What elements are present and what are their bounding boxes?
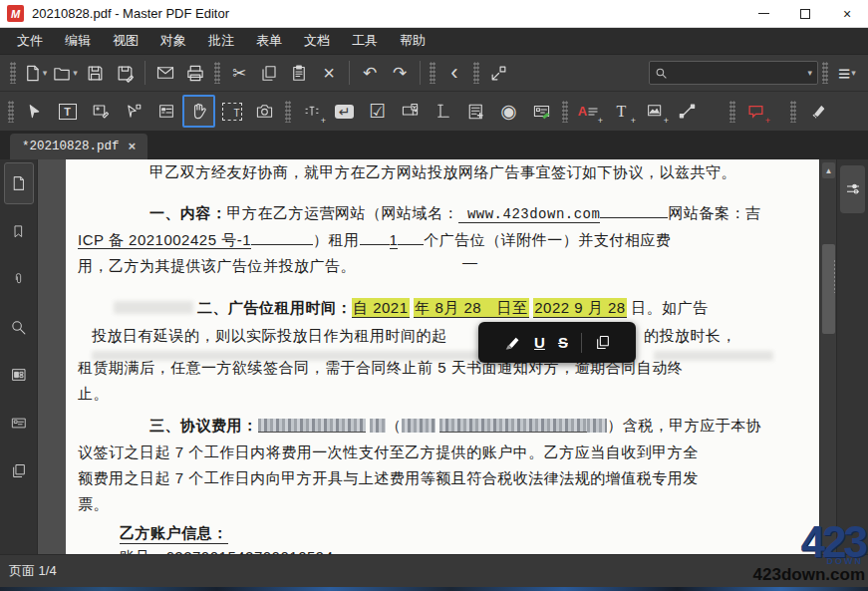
bottom-edge-strip	[0, 587, 868, 591]
toolbar-grip[interactable]	[473, 62, 479, 84]
add-signature-field-button[interactable]	[525, 95, 558, 128]
sec1-heading: 一、内容：	[149, 204, 227, 221]
select-text-tool-button[interactable]: T	[215, 95, 248, 128]
tab-20210828[interactable]: *20210828.pdf ×	[10, 134, 147, 159]
add-combobox-button[interactable]	[394, 95, 427, 128]
hand-tool-button[interactable]	[182, 95, 215, 128]
sidebar-search-button[interactable]	[4, 306, 34, 348]
toolbar-grip[interactable]	[214, 62, 220, 84]
search-input[interactable]	[672, 66, 802, 80]
add-checkbox-button[interactable]: ☑	[361, 95, 394, 128]
toolbar-menu-button[interactable]: ≡▾	[832, 59, 862, 87]
paste-button[interactable]	[284, 59, 314, 87]
highlighter-tool-button[interactable]	[800, 95, 833, 128]
properties-toggle-button[interactable]	[840, 165, 865, 213]
sidebar-thumbnails-button[interactable]	[4, 162, 34, 204]
panel-splitter-grip[interactable]	[833, 259, 837, 293]
maximize-button[interactable]	[784, 0, 826, 27]
menu-tools[interactable]: 工具	[341, 28, 389, 54]
toolbar-grip[interactable]	[562, 101, 568, 123]
scroll-up-button[interactable]: ▲	[822, 162, 835, 178]
delete-button[interactable]: ×	[314, 59, 344, 87]
status-bar: 页面 1/4	[0, 554, 868, 587]
add-line-button[interactable]	[671, 95, 704, 128]
menu-edit[interactable]: 编辑	[54, 28, 102, 54]
select-tool-button[interactable]	[18, 95, 51, 128]
toolbar-grip[interactable]	[790, 101, 796, 123]
menu-forms[interactable]: 表单	[245, 28, 293, 54]
vertical-scrollbar[interactable]: ▲	[819, 159, 836, 554]
sec1-fill-count: 1	[390, 231, 399, 249]
search-icon	[655, 67, 668, 80]
edit-forms-tool-button[interactable]	[117, 95, 149, 128]
sec1-l1b: 网站备案：吉	[668, 204, 760, 221]
save-button[interactable]	[80, 59, 110, 87]
redo-button[interactable]: ↷	[385, 59, 415, 87]
sidebar-signatures-button[interactable]	[4, 402, 34, 443]
save-as-button[interactable]	[110, 59, 140, 87]
edit-text-tool-button[interactable]: T	[51, 95, 84, 128]
copy-button[interactable]	[254, 59, 284, 87]
menu-document[interactable]: 文档	[293, 28, 341, 54]
blank-underline	[600, 204, 668, 218]
add-comment-annotation-button[interactable]: +	[739, 95, 772, 128]
previous-view-button[interactable]: ‹	[439, 59, 469, 87]
add-text-button[interactable]: T+	[605, 95, 638, 128]
tab-close-icon[interactable]: ×	[129, 140, 137, 154]
edit-image-tool-button[interactable]	[84, 95, 117, 128]
email-button[interactable]	[150, 59, 180, 87]
add-radio-button[interactable]: ◉	[492, 95, 525, 128]
search-dropdown-icon[interactable]: ▾	[807, 68, 812, 78]
toolbar-grip[interactable]	[8, 101, 14, 123]
form-list-tool-button[interactable]	[149, 95, 182, 128]
doc-sec1-line3: 用，乙方为其提供该广告位并投放广告。	[78, 257, 356, 276]
menu-annotate[interactable]: 批注	[197, 28, 245, 54]
minimize-button[interactable]	[742, 0, 784, 27]
toolbar-grip[interactable]	[285, 101, 291, 123]
print-button[interactable]	[180, 59, 210, 87]
enter-key-field-button[interactable]: ↵	[328, 95, 361, 128]
add-note-annotation-button[interactable]: A +	[572, 95, 605, 128]
doc-sec4-heading: 乙方账户信息：	[120, 524, 228, 544]
add-image-button[interactable]: +	[638, 95, 671, 128]
document-viewport[interactable]: 甲乙双方经友好协商，就甲方在乙方网站投放网络广告事宜签订如下协议，以兹共守。 一…	[38, 159, 819, 554]
copy-button[interactable]	[595, 334, 611, 351]
toolbar-grip[interactable]	[430, 62, 435, 84]
edit-text-icon: T	[59, 104, 77, 120]
toolbar-separator	[349, 61, 350, 85]
underline-button[interactable]: U	[534, 334, 545, 351]
toolbar-grip[interactable]	[729, 101, 735, 123]
doc-sec2-line2: 投放日有延误的，则以实际投放日作为租用时间的起	[92, 327, 447, 346]
maximize-icon	[800, 9, 810, 19]
new-document-button[interactable]: ▾	[20, 59, 50, 87]
radio-icon: ◉	[500, 102, 517, 121]
pdf-page[interactable]: 甲乙双方经友好协商，就甲方在乙方网站投放网络广告事宜签订如下协议，以兹共守。 一…	[66, 159, 819, 554]
toolbar-grip[interactable]	[822, 62, 828, 84]
sidebar-bookmarks-button[interactable]	[4, 210, 34, 252]
sec2-highlight2[interactable]: 年 8月 28 日至	[414, 298, 528, 318]
undo-button[interactable]: ↶	[355, 59, 385, 87]
menu-view[interactable]: 视图	[102, 28, 149, 54]
add-listbox-button[interactable]	[427, 95, 459, 128]
add-list-field-button[interactable]	[459, 95, 492, 128]
tools-toolbar: T T + ↵ ☑ ◉	[0, 91, 868, 131]
menu-file[interactable]: 文件	[6, 28, 54, 54]
sec2-highlight1[interactable]: 自 2021	[352, 298, 410, 318]
menu-help[interactable]: 帮助	[389, 28, 436, 54]
sidebar-attachments-button[interactable]	[4, 258, 34, 300]
sec2-highlight3[interactable]: 2022 9 月 28	[533, 298, 626, 318]
menu-object[interactable]: 对象	[149, 28, 197, 54]
highlight-button[interactable]	[503, 334, 521, 352]
close-button[interactable]: ×	[826, 0, 868, 27]
cut-button[interactable]: ✂	[224, 59, 254, 87]
strikethrough-button[interactable]: S	[558, 334, 568, 351]
toolbar-grip[interactable]	[10, 62, 16, 84]
fit-page-button[interactable]	[483, 59, 513, 87]
sidebar-pages-button[interactable]	[4, 449, 34, 491]
doc-sec3-line1: 三、协议费用： （ ）含税，甲方应于本协	[149, 417, 761, 436]
snapshot-tool-button[interactable]	[248, 95, 281, 128]
add-text-field-button[interactable]: +	[295, 95, 328, 128]
sidebar-form-fields-button[interactable]	[4, 354, 34, 396]
open-file-button[interactable]: ▾	[50, 59, 80, 87]
sec1-l2b: ）租用	[313, 231, 360, 248]
